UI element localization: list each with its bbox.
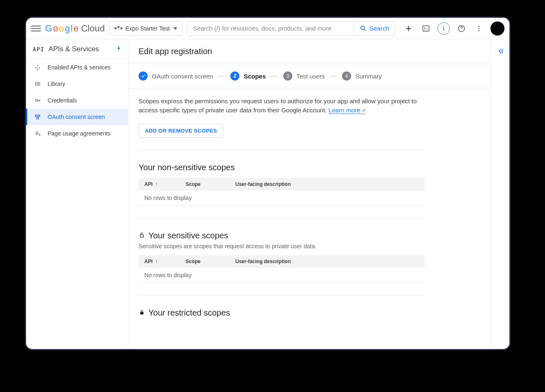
svg-rect-16 [140, 235, 143, 237]
sensitive-scopes-heading: Your sensitive scopes [139, 231, 425, 240]
help-icon[interactable] [456, 23, 467, 34]
agreements-icon [33, 130, 42, 137]
step-divider [271, 76, 278, 76]
divider [139, 218, 425, 219]
step-label: Scopes [244, 73, 265, 80]
th-api[interactable]: API↑ [139, 181, 180, 187]
empty-row: No rows to display [139, 268, 425, 283]
step-divider [218, 76, 225, 76]
step-scopes[interactable]: 2 Scopes [230, 71, 265, 81]
svg-rect-13 [38, 115, 40, 116]
right-rail [490, 39, 509, 349]
search-button-label: Search [369, 25, 389, 32]
library-icon [33, 81, 42, 87]
sidebar-item-oauth-consent[interactable]: OAuth consent screen [26, 109, 128, 125]
step-oauth-consent[interactable]: OAuth consent screen [139, 71, 213, 81]
stepper: OAuth consent screen 2 Scopes 3 Test use… [129, 64, 490, 88]
svg-rect-17 [140, 312, 143, 314]
step-label: Summary [355, 73, 382, 80]
step-test-users[interactable]: 3 Test users [283, 71, 325, 81]
divider [139, 150, 425, 150]
lock-icon [139, 309, 145, 317]
svg-point-7 [37, 65, 38, 67]
project-name: Expo Starter Test [126, 25, 170, 32]
search-bar: Search [187, 21, 395, 36]
add-remove-scopes-button[interactable]: ADD OR REMOVE SCOPES [139, 124, 223, 138]
svg-point-15 [39, 134, 40, 135]
svg-point-6 [478, 30, 480, 31]
th-scope[interactable]: Scope [180, 181, 229, 187]
main-content: Edit app registration OAuth consent scre… [129, 39, 490, 349]
restricted-scopes-heading: Your restricted scopes [139, 308, 425, 318]
sort-up-icon: ↑ [155, 181, 158, 187]
enabled-apis-icon [33, 64, 42, 71]
search-button[interactable]: Search [354, 21, 395, 36]
caret-down-icon [173, 27, 177, 30]
consent-icon [33, 114, 42, 120]
th-api[interactable]: API↑ [139, 259, 180, 264]
scopes-description: Scopes express the permissions you reque… [139, 97, 425, 115]
pin-icon[interactable] [116, 45, 122, 53]
svg-point-5 [478, 28, 480, 29]
svg-point-10 [37, 69, 38, 70]
step-number: 2 [230, 71, 239, 81]
learn-more-link[interactable]: Learn more↗ [328, 107, 366, 114]
logo-cloud-text: Cloud [81, 23, 105, 34]
sidebar-item-label: Page usage agreements [48, 130, 111, 137]
empty-row: No rows to display [139, 190, 425, 206]
table-header: API↑ Scope User-facing description [139, 178, 425, 190]
svg-point-8 [36, 67, 37, 69]
sidebar-item-enabled-apis[interactable]: Enabled APIs & services [26, 59, 128, 76]
divider [139, 295, 425, 296]
sidebar-item-page-usage[interactable]: Page usage agreements [26, 125, 128, 142]
account-avatar[interactable] [490, 21, 504, 36]
cloud-shell-icon[interactable] [420, 23, 432, 34]
svg-point-9 [39, 67, 40, 69]
step-number: 3 [283, 71, 292, 81]
step-label: Test users [296, 73, 325, 80]
product-badge: API [33, 46, 44, 52]
sidebar-item-label: Library [48, 81, 65, 87]
external-link-icon: ↗ [361, 108, 366, 114]
svg-line-1 [364, 29, 366, 31]
svg-point-0 [361, 26, 365, 29]
svg-rect-2 [423, 26, 429, 31]
lock-open-icon [139, 232, 145, 240]
sensitive-subtitle: Sensitive scopes are scopes that request… [139, 243, 425, 249]
non-sensitive-scopes-heading: Your non-sensitive scopes [139, 163, 425, 172]
more-icon[interactable] [473, 23, 485, 34]
page-title: Edit app registration [129, 39, 490, 64]
check-icon [139, 71, 148, 81]
sidebar-item-label: Enabled APIs & services [48, 64, 111, 71]
google-cloud-logo[interactable]: Google Cloud [45, 23, 105, 34]
svg-point-4 [478, 26, 480, 27]
sort-up-icon: ↑ [155, 259, 158, 264]
step-summary[interactable]: 4 Summary [342, 71, 382, 81]
sidebar-item-credentials[interactable]: Credentials [26, 92, 128, 109]
step-number: 4 [342, 71, 351, 81]
svg-rect-14 [37, 117, 38, 119]
svg-point-11 [36, 99, 38, 101]
search-input[interactable] [187, 25, 354, 32]
table-header: API↑ Scope User-facing description [139, 255, 425, 268]
gemini-icon[interactable] [403, 23, 414, 34]
sidebar-item-library[interactable]: Library [26, 76, 128, 92]
notifications-badge[interactable]: 1 [437, 22, 450, 35]
svg-rect-12 [36, 115, 37, 116]
step-label: OAuth consent screen [152, 73, 213, 80]
th-description[interactable]: User-facing description [229, 259, 296, 264]
sidebar-item-label: Credentials [48, 97, 77, 104]
sidebar-item-label: OAuth consent screen [48, 114, 105, 120]
project-icon [115, 27, 122, 29]
th-description[interactable]: User-facing description [229, 181, 296, 187]
product-title: APIs & Services [48, 45, 112, 53]
key-icon [33, 97, 42, 104]
collapse-panel-button[interactable] [497, 48, 504, 349]
step-divider [330, 76, 337, 76]
search-icon [360, 25, 367, 32]
th-scope[interactable]: Scope [180, 259, 229, 264]
project-picker[interactable]: Expo Starter Test [109, 21, 183, 36]
nav-menu-button[interactable] [31, 24, 41, 33]
sidebar: API APIs & Services Enabled APIs & servi… [26, 39, 129, 349]
